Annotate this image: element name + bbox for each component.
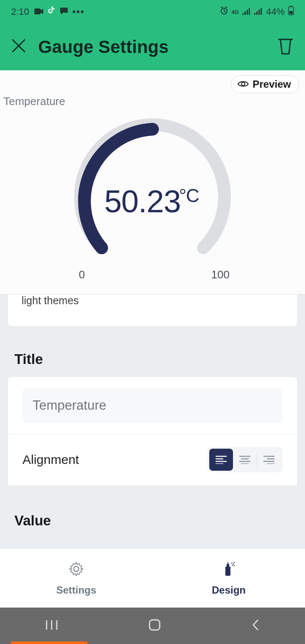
nav-recents-icon[interactable] bbox=[45, 619, 58, 633]
battery-icon bbox=[288, 6, 294, 18]
app-header: Gauge Settings bbox=[0, 24, 305, 70]
svg-rect-28 bbox=[227, 564, 229, 566]
light-themes-row[interactable]: light themes bbox=[8, 294, 297, 327]
svg-rect-3 bbox=[244, 11, 246, 15]
preview-label: Preview bbox=[252, 78, 291, 90]
align-center-button[interactable] bbox=[233, 449, 257, 471]
tab-settings[interactable]: Settings bbox=[0, 549, 152, 608]
svg-rect-4 bbox=[247, 10, 248, 15]
svg-rect-7 bbox=[256, 11, 258, 15]
title-card: Alignment bbox=[8, 377, 297, 486]
alignment-toggle-group bbox=[208, 447, 283, 472]
svg-rect-8 bbox=[258, 10, 260, 15]
svg-point-31 bbox=[233, 563, 234, 564]
svg-rect-5 bbox=[249, 8, 250, 15]
svg-point-30 bbox=[231, 562, 233, 564]
signal-icon bbox=[242, 6, 251, 17]
section-value-header: Value bbox=[14, 513, 305, 529]
gauge-max-label: 100 bbox=[211, 268, 230, 281]
status-time: 2:10 bbox=[11, 6, 29, 17]
svg-point-26 bbox=[74, 566, 79, 572]
gauge-min-label: 0 bbox=[79, 268, 85, 281]
eye-icon bbox=[237, 78, 249, 90]
gear-icon bbox=[68, 561, 85, 580]
svg-rect-0 bbox=[34, 8, 41, 14]
section-title-header: Title bbox=[14, 351, 305, 367]
spray-icon bbox=[220, 561, 237, 580]
nav-home-icon[interactable] bbox=[148, 619, 161, 633]
svg-point-32 bbox=[232, 564, 233, 566]
svg-point-13 bbox=[241, 82, 245, 86]
trash-icon[interactable] bbox=[277, 37, 294, 57]
status-left: 2:10 ••• bbox=[11, 6, 85, 17]
settings-content[interactable]: light themes Title Alignment Value bbox=[0, 294, 305, 529]
align-right-button[interactable] bbox=[257, 449, 281, 471]
android-status-bar: 2:10 ••• 4G 44% bbox=[0, 0, 305, 24]
svg-rect-27 bbox=[225, 566, 230, 576]
svg-rect-9 bbox=[261, 8, 262, 15]
android-nav-bar bbox=[0, 608, 305, 644]
signal-icon-2 bbox=[254, 6, 263, 17]
page-title: Gauge Settings bbox=[38, 37, 169, 57]
svg-point-33 bbox=[234, 562, 235, 563]
bottom-tab-bar: Settings Design bbox=[0, 548, 305, 608]
svg-rect-29 bbox=[227, 562, 228, 564]
alarm-icon bbox=[220, 6, 228, 17]
preview-button[interactable]: Preview bbox=[231, 75, 299, 93]
tab-settings-label: Settings bbox=[56, 584, 97, 596]
battery-percent: 44% bbox=[266, 6, 285, 17]
network-type: 4G bbox=[232, 9, 239, 15]
tab-design-label: Design bbox=[212, 584, 246, 596]
gauge-unit: °C bbox=[179, 185, 199, 206]
title-input[interactable] bbox=[22, 388, 283, 423]
svg-point-34 bbox=[234, 565, 235, 566]
svg-rect-2 bbox=[242, 13, 244, 15]
nav-back-icon[interactable] bbox=[251, 619, 260, 633]
light-themes-label: light themes bbox=[22, 294, 79, 306]
svg-rect-12 bbox=[290, 6, 292, 7]
svg-rect-11 bbox=[289, 11, 293, 14]
tab-design[interactable]: Design bbox=[152, 549, 305, 608]
gauge-value-number: 50.23 bbox=[104, 184, 180, 219]
tiktok-icon bbox=[48, 6, 55, 17]
close-icon[interactable] bbox=[11, 38, 26, 56]
gauge-value-display: 50.23°C bbox=[68, 183, 237, 219]
status-right: 4G 44% bbox=[220, 6, 294, 18]
chat-icon bbox=[60, 6, 68, 17]
video-icon bbox=[34, 6, 44, 17]
gauge-widget: 50.23°C 0 100 bbox=[68, 117, 237, 281]
more-icon: ••• bbox=[72, 6, 85, 17]
align-left-button[interactable] bbox=[209, 449, 233, 471]
nav-indicator bbox=[11, 641, 87, 644]
svg-rect-38 bbox=[150, 620, 160, 630]
gauge-preview-panel: Preview Temperature 50.23°C 0 100 bbox=[0, 70, 305, 294]
svg-rect-6 bbox=[254, 13, 255, 15]
alignment-label: Alignment bbox=[22, 452, 79, 467]
